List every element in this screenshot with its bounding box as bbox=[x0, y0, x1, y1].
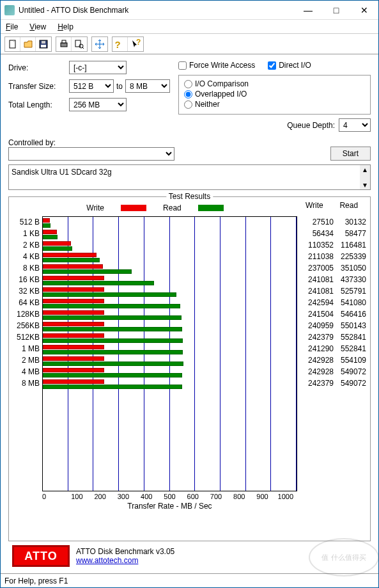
controlled-by-select[interactable] bbox=[8, 147, 174, 161]
read-bar bbox=[43, 292, 176, 297]
total-length-select[interactable]: 256 MB bbox=[69, 98, 127, 111]
read-bar bbox=[43, 269, 132, 274]
drive-label: Drive: bbox=[8, 63, 69, 72]
value-row: 240959550143 bbox=[301, 320, 366, 331]
value-row: 241081437330 bbox=[301, 274, 366, 285]
col-write: Write bbox=[306, 201, 323, 214]
menubar: File View Help bbox=[1, 20, 378, 34]
write-bar bbox=[43, 356, 104, 361]
content-area: Drive: [-c-] Transfer Size: 512 B to 8 M… bbox=[1, 54, 378, 573]
menu-file[interactable]: File bbox=[6, 22, 18, 31]
svg-rect-6 bbox=[62, 40, 66, 43]
close-button[interactable]: ✕ bbox=[350, 1, 378, 19]
transfer-size-label: Transfer Size: bbox=[8, 82, 69, 91]
y-tick: 512 B bbox=[13, 216, 40, 228]
save-icon[interactable] bbox=[36, 37, 51, 51]
y-tick: 8 KB bbox=[13, 262, 40, 274]
minimize-button[interactable]: — bbox=[294, 1, 322, 19]
open-icon[interactable] bbox=[20, 37, 36, 51]
value-row: 242379549072 bbox=[301, 377, 366, 389]
read-bar bbox=[43, 327, 182, 331]
new-icon[interactable] bbox=[5, 37, 20, 51]
read-bar bbox=[43, 385, 182, 389]
y-tick: 4 MB bbox=[13, 366, 40, 377]
value-row: 241290552841 bbox=[301, 343, 366, 354]
y-axis-labels: 512 B1 KB2 KB4 KB8 KB16 KB32 KB64 KB128K… bbox=[13, 216, 42, 537]
drive-select[interactable]: [-c-] bbox=[69, 61, 127, 74]
svg-rect-5 bbox=[61, 43, 67, 47]
write-bar bbox=[43, 230, 57, 234]
website-link[interactable]: www.attotech.com bbox=[76, 556, 138, 565]
read-bar bbox=[43, 281, 154, 285]
write-bar bbox=[43, 379, 104, 384]
read-bar bbox=[43, 338, 183, 343]
svg-text:?: ? bbox=[136, 39, 141, 47]
y-tick: 8 MB bbox=[13, 377, 40, 389]
legend-read-label: Read bbox=[163, 203, 182, 212]
write-bar bbox=[43, 345, 104, 349]
write-bar bbox=[43, 322, 104, 326]
value-row: 110352116481 bbox=[301, 239, 366, 251]
y-tick: 256KB bbox=[13, 320, 40, 331]
value-row: 2751030132 bbox=[301, 216, 366, 228]
description-textarea[interactable]: Sandisk Ultra U1 SDcard 32g ▴▾ bbox=[8, 164, 371, 190]
y-tick: 512KB bbox=[13, 331, 40, 343]
atto-logo: ATTO bbox=[12, 545, 70, 567]
read-swatch bbox=[198, 205, 224, 211]
y-tick: 64 KB bbox=[13, 297, 40, 308]
write-swatch bbox=[121, 205, 146, 211]
transfer-size-from[interactable]: 512 B bbox=[69, 79, 114, 93]
write-bar bbox=[43, 287, 104, 292]
write-bar bbox=[43, 299, 104, 303]
write-bar bbox=[43, 368, 104, 372]
legend-write-label: Write bbox=[86, 203, 104, 212]
io-comparison-radio[interactable]: I/O Comparison bbox=[184, 79, 365, 88]
force-write-checkbox[interactable]: Force Write Access bbox=[178, 61, 255, 70]
to-label: to bbox=[116, 82, 123, 91]
write-bar bbox=[43, 333, 104, 338]
maximize-button[interactable]: □ bbox=[322, 1, 350, 19]
transfer-size-to[interactable]: 8 MB bbox=[125, 79, 170, 93]
read-bar bbox=[43, 235, 58, 239]
overlapped-io-radio[interactable]: Overlapped I/O bbox=[184, 90, 365, 99]
y-tick: 2 KB bbox=[13, 239, 40, 251]
neither-radio[interactable]: Neither bbox=[184, 100, 365, 109]
results-fieldset: Test Results Write Read Write Read 512 B… bbox=[8, 196, 371, 541]
direct-io-checkbox[interactable]: Direct I/O bbox=[268, 61, 311, 70]
results-legend: Test Results bbox=[166, 192, 213, 201]
read-bar bbox=[43, 362, 183, 366]
read-bar bbox=[43, 223, 50, 228]
chart-plot bbox=[42, 216, 297, 491]
write-bar bbox=[43, 241, 71, 246]
results-values: 2751030132564345847711035211648121103822… bbox=[297, 216, 366, 537]
scroll-down-icon[interactable]: ▾ bbox=[363, 180, 367, 189]
status-text: For Help, press F1 bbox=[4, 576, 68, 585]
preview-icon[interactable] bbox=[72, 37, 87, 51]
y-tick: 32 KB bbox=[13, 285, 40, 297]
value-row: 242379552841 bbox=[301, 331, 366, 343]
menu-view[interactable]: View bbox=[29, 22, 46, 31]
y-tick: 16 KB bbox=[13, 274, 40, 285]
write-bar bbox=[43, 264, 103, 269]
write-bar bbox=[43, 310, 104, 315]
y-tick: 128KB bbox=[13, 308, 40, 320]
io-mode-group: I/O Comparison Overlapped I/O Neither bbox=[178, 75, 371, 115]
textarea-scrollbar[interactable]: ▴▾ bbox=[360, 165, 370, 189]
write-bar bbox=[43, 276, 104, 280]
move-icon[interactable] bbox=[92, 37, 107, 51]
menu-help[interactable]: Help bbox=[58, 22, 73, 31]
titlebar: Untitled - ATTO Disk Benchmark — □ ✕ bbox=[1, 1, 378, 20]
value-row: 5643458477 bbox=[301, 228, 366, 239]
start-button[interactable]: Start bbox=[330, 147, 371, 161]
app-footer: ATTO ATTO Disk Benchmark v3.05 www.attot… bbox=[8, 541, 371, 571]
toolbar: ? ? bbox=[1, 34, 378, 54]
print-icon[interactable] bbox=[56, 37, 72, 51]
context-help-icon[interactable]: ? bbox=[128, 37, 143, 51]
queue-depth-select[interactable]: 4 bbox=[339, 118, 371, 132]
scroll-up-icon[interactable]: ▴ bbox=[363, 165, 367, 174]
x-axis-ticks: 01002003004005006007008009001000 bbox=[42, 493, 297, 500]
col-read: Read bbox=[339, 201, 358, 214]
x-axis-label: Transfer Rate - MB / Sec bbox=[42, 502, 297, 511]
help-icon[interactable]: ? bbox=[112, 37, 128, 51]
y-tick: 2 MB bbox=[13, 354, 40, 366]
